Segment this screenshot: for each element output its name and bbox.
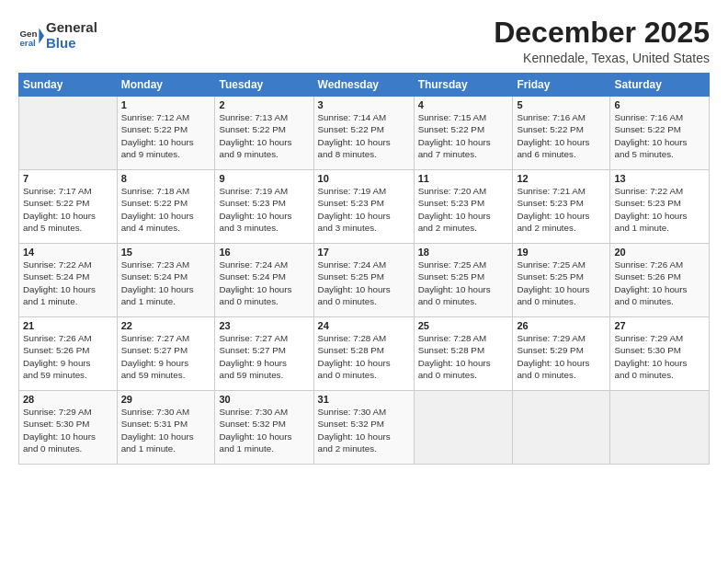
weekday-sunday: Sunday bbox=[19, 74, 118, 97]
logo-icon: Gen eral bbox=[18, 23, 44, 49]
day-number: 29 bbox=[121, 394, 211, 405]
day-info: Sunrise: 7:27 AM Sunset: 5:27 PM Dayligh… bbox=[219, 332, 309, 381]
day-number: 5 bbox=[517, 99, 606, 110]
weekday-header-row: SundayMondayTuesdayWednesdayThursdayFrid… bbox=[19, 74, 710, 97]
calendar-cell: 5Sunrise: 7:16 AM Sunset: 5:22 PM Daylig… bbox=[513, 97, 610, 170]
day-number: 22 bbox=[121, 320, 211, 331]
svg-text:eral: eral bbox=[19, 37, 36, 47]
day-info: Sunrise: 7:30 AM Sunset: 5:31 PM Dayligh… bbox=[121, 406, 211, 454]
day-info: Sunrise: 7:30 AM Sunset: 5:32 PM Dayligh… bbox=[318, 406, 410, 454]
day-info: Sunrise: 7:24 AM Sunset: 5:25 PM Dayligh… bbox=[318, 259, 410, 307]
calendar-cell bbox=[513, 391, 610, 465]
day-info: Sunrise: 7:26 AM Sunset: 5:26 PM Dayligh… bbox=[23, 332, 113, 381]
day-info: Sunrise: 7:15 AM Sunset: 5:22 PM Dayligh… bbox=[418, 111, 509, 160]
calendar-cell: 14Sunrise: 7:22 AM Sunset: 5:24 PM Dayli… bbox=[19, 244, 118, 317]
day-info: Sunrise: 7:29 AM Sunset: 5:30 PM Dayligh… bbox=[23, 406, 113, 454]
day-number: 4 bbox=[418, 99, 509, 110]
calendar-cell: 6Sunrise: 7:16 AM Sunset: 5:22 PM Daylig… bbox=[610, 97, 710, 170]
day-info: Sunrise: 7:29 AM Sunset: 5:30 PM Dayligh… bbox=[614, 332, 705, 381]
day-number: 17 bbox=[318, 247, 410, 258]
day-number: 2 bbox=[219, 99, 309, 110]
day-info: Sunrise: 7:14 AM Sunset: 5:22 PM Dayligh… bbox=[318, 111, 410, 160]
calendar-cell: 16Sunrise: 7:24 AM Sunset: 5:24 PM Dayli… bbox=[215, 244, 313, 317]
calendar-cell bbox=[610, 391, 710, 465]
day-info: Sunrise: 7:22 AM Sunset: 5:23 PM Dayligh… bbox=[614, 185, 705, 234]
day-info: Sunrise: 7:21 AM Sunset: 5:23 PM Dayligh… bbox=[517, 185, 606, 234]
calendar-cell bbox=[414, 391, 513, 465]
day-number: 15 bbox=[121, 247, 211, 258]
day-info: Sunrise: 7:28 AM Sunset: 5:28 PM Dayligh… bbox=[418, 332, 509, 381]
day-info: Sunrise: 7:12 AM Sunset: 5:22 PM Dayligh… bbox=[121, 111, 211, 160]
day-info: Sunrise: 7:30 AM Sunset: 5:32 PM Dayligh… bbox=[219, 406, 309, 454]
weekday-friday: Friday bbox=[513, 74, 610, 97]
calendar-cell: 21Sunrise: 7:26 AM Sunset: 5:26 PM Dayli… bbox=[19, 317, 118, 391]
day-number: 27 bbox=[614, 320, 705, 331]
calendar-cell: 28Sunrise: 7:29 AM Sunset: 5:30 PM Dayli… bbox=[19, 391, 118, 465]
calendar-cell: 12Sunrise: 7:21 AM Sunset: 5:23 PM Dayli… bbox=[513, 170, 610, 244]
calendar-cell: 24Sunrise: 7:28 AM Sunset: 5:28 PM Dayli… bbox=[313, 317, 414, 391]
calendar-cell: 29Sunrise: 7:30 AM Sunset: 5:31 PM Dayli… bbox=[117, 391, 215, 465]
calendar-cell: 17Sunrise: 7:24 AM Sunset: 5:25 PM Dayli… bbox=[313, 244, 414, 317]
day-info: Sunrise: 7:19 AM Sunset: 5:23 PM Dayligh… bbox=[219, 185, 309, 234]
day-number: 16 bbox=[219, 247, 309, 258]
day-info: Sunrise: 7:23 AM Sunset: 5:24 PM Dayligh… bbox=[121, 259, 211, 307]
calendar-week-1: 7Sunrise: 7:17 AM Sunset: 5:22 PM Daylig… bbox=[19, 170, 710, 244]
day-number: 20 bbox=[614, 247, 705, 258]
day-number: 7 bbox=[23, 173, 113, 184]
day-number: 23 bbox=[219, 320, 309, 331]
main-title: December 2025 bbox=[494, 17, 710, 49]
day-number: 31 bbox=[318, 394, 410, 405]
day-number: 9 bbox=[219, 173, 309, 184]
calendar-cell: 20Sunrise: 7:26 AM Sunset: 5:26 PM Dayli… bbox=[610, 244, 710, 317]
day-number: 14 bbox=[23, 247, 113, 258]
day-info: Sunrise: 7:18 AM Sunset: 5:22 PM Dayligh… bbox=[121, 185, 211, 234]
day-info: Sunrise: 7:27 AM Sunset: 5:27 PM Dayligh… bbox=[121, 332, 211, 381]
day-info: Sunrise: 7:26 AM Sunset: 5:26 PM Dayligh… bbox=[614, 259, 705, 307]
calendar-cell: 10Sunrise: 7:19 AM Sunset: 5:23 PM Dayli… bbox=[313, 170, 414, 244]
day-number: 21 bbox=[23, 320, 113, 331]
day-info: Sunrise: 7:24 AM Sunset: 5:24 PM Dayligh… bbox=[219, 259, 309, 307]
calendar-cell: 9Sunrise: 7:19 AM Sunset: 5:23 PM Daylig… bbox=[215, 170, 313, 244]
day-info: Sunrise: 7:17 AM Sunset: 5:22 PM Dayligh… bbox=[23, 185, 113, 234]
day-info: Sunrise: 7:16 AM Sunset: 5:22 PM Dayligh… bbox=[614, 111, 705, 160]
day-number: 24 bbox=[318, 320, 410, 331]
weekday-monday: Monday bbox=[117, 74, 215, 97]
weekday-tuesday: Tuesday bbox=[215, 74, 313, 97]
day-number: 28 bbox=[23, 394, 113, 405]
day-number: 30 bbox=[219, 394, 309, 405]
calendar-cell: 26Sunrise: 7:29 AM Sunset: 5:29 PM Dayli… bbox=[513, 317, 610, 391]
calendar-cell: 4Sunrise: 7:15 AM Sunset: 5:22 PM Daylig… bbox=[414, 97, 513, 170]
page-header: Gen eral General Blue December 2025 Kenn… bbox=[18, 17, 710, 65]
calendar-week-3: 21Sunrise: 7:26 AM Sunset: 5:26 PM Dayli… bbox=[19, 317, 710, 391]
calendar-cell: 15Sunrise: 7:23 AM Sunset: 5:24 PM Dayli… bbox=[117, 244, 215, 317]
day-number: 8 bbox=[121, 173, 211, 184]
calendar-week-2: 14Sunrise: 7:22 AM Sunset: 5:24 PM Dayli… bbox=[19, 244, 710, 317]
calendar-cell: 1Sunrise: 7:12 AM Sunset: 5:22 PM Daylig… bbox=[117, 97, 215, 170]
day-info: Sunrise: 7:19 AM Sunset: 5:23 PM Dayligh… bbox=[318, 185, 410, 234]
day-number: 25 bbox=[418, 320, 509, 331]
calendar-cell: 7Sunrise: 7:17 AM Sunset: 5:22 PM Daylig… bbox=[19, 170, 118, 244]
day-number: 3 bbox=[318, 99, 410, 110]
subtitle: Kennedale, Texas, United States bbox=[494, 51, 710, 65]
day-number: 10 bbox=[318, 173, 410, 184]
weekday-wednesday: Wednesday bbox=[313, 74, 414, 97]
calendar-cell: 25Sunrise: 7:28 AM Sunset: 5:28 PM Dayli… bbox=[414, 317, 513, 391]
day-number: 1 bbox=[121, 99, 211, 110]
calendar-cell: 22Sunrise: 7:27 AM Sunset: 5:27 PM Dayli… bbox=[117, 317, 215, 391]
day-number: 19 bbox=[517, 247, 606, 258]
logo: Gen eral General Blue bbox=[18, 20, 97, 51]
title-section: December 2025 Kennedale, Texas, United S… bbox=[494, 17, 710, 65]
calendar-table: SundayMondayTuesdayWednesdayThursdayFrid… bbox=[18, 73, 710, 465]
calendar-cell: 30Sunrise: 7:30 AM Sunset: 5:32 PM Dayli… bbox=[215, 391, 313, 465]
svg-marker-2 bbox=[39, 28, 44, 43]
day-info: Sunrise: 7:28 AM Sunset: 5:28 PM Dayligh… bbox=[318, 332, 410, 381]
calendar-week-0: 1Sunrise: 7:12 AM Sunset: 5:22 PM Daylig… bbox=[19, 97, 710, 170]
day-number: 6 bbox=[614, 99, 705, 110]
calendar-cell: 27Sunrise: 7:29 AM Sunset: 5:30 PM Dayli… bbox=[610, 317, 710, 391]
calendar-body: 1Sunrise: 7:12 AM Sunset: 5:22 PM Daylig… bbox=[19, 97, 710, 465]
day-info: Sunrise: 7:29 AM Sunset: 5:29 PM Dayligh… bbox=[517, 332, 606, 381]
calendar-cell: 8Sunrise: 7:18 AM Sunset: 5:22 PM Daylig… bbox=[117, 170, 215, 244]
day-number: 12 bbox=[517, 173, 606, 184]
calendar-cell: 31Sunrise: 7:30 AM Sunset: 5:32 PM Dayli… bbox=[313, 391, 414, 465]
day-info: Sunrise: 7:25 AM Sunset: 5:25 PM Dayligh… bbox=[418, 259, 509, 307]
